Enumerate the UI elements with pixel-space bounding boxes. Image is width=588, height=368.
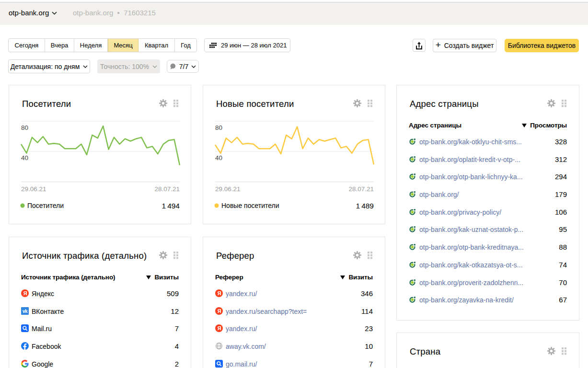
svg-text:Я: Я: [218, 325, 221, 331]
svg-text:Я: Я: [218, 290, 221, 296]
svg-text:29.06.21: 29.06.21: [21, 185, 46, 193]
svg-text:1 489: 1 489: [356, 202, 374, 210]
svg-text:Посетители: Посетители: [27, 202, 64, 209]
svg-text:29.06.21: 29.06.21: [215, 185, 241, 193]
svg-text:28.07.21: 28.07.21: [154, 185, 180, 193]
svg-text:Новые посетители: Новые посетители: [221, 202, 279, 209]
svg-text:Я: Я: [23, 290, 27, 296]
svg-text:80: 80: [21, 124, 28, 131]
svg-text:Я: Я: [218, 308, 221, 314]
svg-text:vk: vk: [23, 309, 28, 314]
svg-text:80: 80: [215, 124, 222, 131]
svg-text:28.07.21: 28.07.21: [348, 185, 374, 193]
svg-text:40: 40: [215, 154, 222, 161]
svg-text:40: 40: [21, 154, 28, 161]
svg-text:1 494: 1 494: [161, 202, 180, 210]
